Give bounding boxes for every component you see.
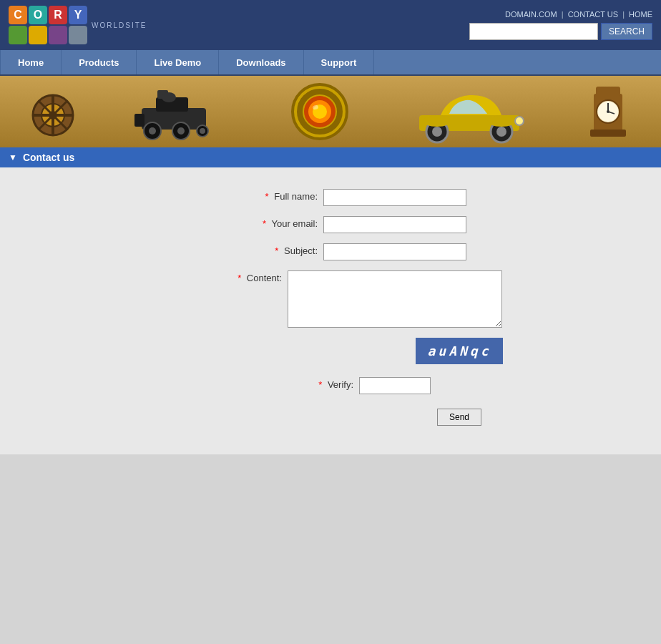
svg-point-16: [162, 92, 176, 102]
nav-item-downloads[interactable]: Downloads: [219, 50, 303, 74]
logo-text: WORLDSITE: [92, 21, 147, 29]
required-star-email: *: [263, 218, 266, 229]
svg-rect-33: [590, 130, 626, 137]
top-links: DOMAIN.COM | CONTACT US | HOME: [505, 10, 652, 19]
verify-row: * Verify:: [14, 377, 647, 394]
logo-tile-c: C: [9, 6, 27, 24]
header-right: DOMAIN.COM | CONTACT US | HOME SEARCH: [469, 10, 652, 40]
required-star-fullname: *: [265, 191, 269, 202]
email-input[interactable]: [323, 216, 466, 233]
nav-item-home[interactable]: Home: [0, 50, 62, 74]
nav-item-products[interactable]: Products: [62, 50, 137, 74]
svg-point-31: [515, 117, 524, 125]
svg-rect-34: [596, 87, 620, 97]
verify-input[interactable]: [359, 377, 431, 394]
contact-header-label: Contact us: [23, 152, 74, 163]
logo-tile-4: [49, 26, 67, 44]
sep2: |: [622, 10, 625, 19]
domain-link[interactable]: DOMAIN.COM: [505, 10, 557, 19]
subject-label: * Subject:: [195, 243, 323, 256]
required-star-content: *: [238, 273, 241, 283]
svg-point-11: [149, 127, 156, 135]
svg-point-30: [487, 115, 516, 127]
logo-tile-r: R: [49, 6, 67, 24]
search-input[interactable]: [469, 23, 598, 40]
full-name-row: * Full name:: [14, 189, 647, 206]
logo-tile-3: [29, 26, 47, 44]
contact-arrow-icon: ▼: [9, 152, 17, 162]
verify-label: * Verify:: [230, 377, 359, 390]
main-nav: Home Products Live Demo Downloads Suppor…: [0, 50, 661, 76]
full-name-label: * Full name:: [195, 189, 323, 202]
sep1: |: [562, 10, 564, 19]
banner-item-ring: [284, 79, 356, 144]
nav-item-livedemo[interactable]: Live Demo: [137, 50, 219, 74]
site-header: C O R Y WORLDSITE DOMAIN.COM | CONTACT U…: [0, 0, 661, 50]
required-star-verify: *: [318, 379, 322, 390]
send-row: Send: [14, 404, 647, 426]
subject-row: * Subject:: [14, 243, 647, 260]
required-star-subject: *: [275, 245, 278, 256]
svg-point-28: [496, 127, 506, 137]
svg-rect-17: [134, 114, 145, 127]
svg-point-15: [200, 128, 205, 134]
send-button[interactable]: Send: [437, 409, 481, 426]
worldsite-label: WORLDSITE: [92, 21, 147, 29]
banner-item-gear: [28, 79, 78, 144]
content-label: * Content:: [159, 270, 288, 283]
contact-section-header: ▼ Contact us: [0, 147, 661, 167]
banner: [0, 76, 661, 147]
logo-tile-o: O: [29, 6, 47, 24]
banner-item-clock: [583, 79, 633, 144]
content-row: * Content:: [14, 270, 647, 328]
email-row: * Your email:: [14, 216, 647, 233]
content-textarea[interactable]: [288, 270, 502, 328]
subject-input[interactable]: [323, 243, 466, 260]
nav-item-support[interactable]: Support: [304, 50, 375, 74]
search-bar: SEARCH: [469, 23, 652, 40]
captcha-row: auANqc: [14, 338, 647, 371]
svg-point-29: [423, 115, 451, 127]
svg-point-39: [607, 110, 609, 113]
logo-tile-2: [9, 26, 27, 44]
banner-item-train: [134, 79, 227, 144]
svg-point-13: [177, 127, 185, 135]
logo-area: C O R Y WORLDSITE: [9, 6, 147, 44]
captcha-image: auANqc: [416, 338, 502, 364]
search-button[interactable]: SEARCH: [601, 23, 652, 40]
contact-form-area: * Full name: * Your email: * Subject: * …: [0, 167, 661, 454]
full-name-input[interactable]: [323, 189, 466, 206]
email-label: * Your email:: [195, 216, 323, 229]
svg-point-26: [432, 127, 442, 137]
contact-us-link[interactable]: CONTACT US: [568, 10, 619, 19]
logo-tiles: C O R Y: [9, 6, 87, 44]
logo-tile-5: [69, 26, 87, 44]
home-link[interactable]: HOME: [629, 10, 652, 19]
banner-item-car: [412, 79, 527, 144]
logo-tile-y: Y: [69, 6, 87, 24]
